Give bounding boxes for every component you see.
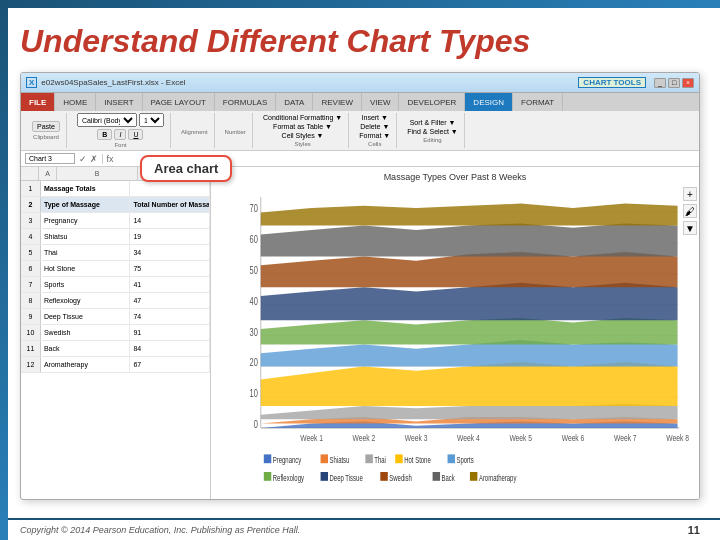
tab-design[interactable]: DESIGN	[465, 93, 513, 111]
row-num: 11	[21, 341, 41, 356]
cell-b2[interactable]: Type of Massage	[41, 197, 131, 212]
font-group: Calibri (Body) 10 B I U Font	[71, 113, 171, 148]
cell-c8[interactable]: 47	[130, 293, 210, 308]
row-num: 12	[21, 357, 41, 372]
footer-copyright: Copyright © 2014 Pearson Education, Inc.…	[20, 525, 300, 535]
svg-text:50: 50	[250, 263, 258, 276]
table-row: 1 Massage Totals	[21, 181, 210, 197]
table-row: 12 Aromatherapy 67	[21, 357, 210, 373]
tab-view[interactable]: VIEW	[362, 93, 399, 111]
svg-marker-28	[261, 362, 678, 406]
svg-rect-51	[433, 472, 440, 481]
row-num: 4	[21, 229, 41, 244]
cell-c4[interactable]: 19	[130, 229, 210, 244]
svg-text:20: 20	[250, 356, 258, 369]
cell-b3[interactable]: Pregnancy	[41, 213, 131, 228]
chart-title: Massage Types Over Past 8 Weeks	[216, 172, 694, 182]
row-num: 5	[21, 245, 41, 260]
svg-text:Hot Stone: Hot Stone	[404, 455, 431, 466]
tab-formulas[interactable]: FORMULAS	[215, 93, 276, 111]
excel-title: e02ws04SpaSales_LastFirst.xlsx - Excel	[41, 78, 185, 87]
editing-group: Sort & Filter ▼ Find & Select ▼ Editing	[401, 113, 465, 148]
underline-btn[interactable]: U	[128, 129, 143, 140]
footer-page-number: 11	[688, 524, 700, 536]
cell-c1[interactable]	[130, 181, 210, 196]
svg-text:10: 10	[250, 387, 258, 400]
cell-c5[interactable]: 34	[130, 245, 210, 260]
svg-rect-47	[321, 472, 328, 481]
ribbon-commands: Paste Clipboard Calibri (Body) 10 B I U …	[21, 111, 699, 151]
cell-c12[interactable]: 67	[130, 357, 210, 372]
minimize-btn[interactable]: _	[654, 78, 666, 88]
tab-home[interactable]: HOME	[55, 93, 96, 111]
spreadsheet-area: A B C 1 Massage Totals 2 Type of Massage	[21, 167, 699, 499]
font-size-selector[interactable]: 10	[139, 113, 164, 127]
cell-b9[interactable]: Deep Tissue	[41, 309, 131, 324]
svg-marker-27	[261, 404, 678, 419]
tab-file[interactable]: FILE	[21, 93, 55, 111]
svg-marker-33	[261, 223, 678, 256]
area-chart-label: Area chart	[140, 155, 232, 182]
add-element-btn[interactable]: +	[683, 187, 697, 201]
cell-b1[interactable]: Massage Totals	[41, 181, 131, 196]
svg-rect-39	[365, 454, 372, 463]
filter-btn[interactable]: ▼	[683, 221, 697, 235]
tab-page-layout[interactable]: PAGE LAYOUT	[143, 93, 215, 111]
svg-text:60: 60	[250, 233, 258, 246]
cell-b8[interactable]: Reflexology	[41, 293, 131, 308]
table-row: 8 Reflexology 47	[21, 293, 210, 309]
paste-btn[interactable]: Paste	[32, 121, 60, 132]
slide-container: Understand Different Chart Types X e02ws…	[0, 0, 720, 540]
chart-style-btn[interactable]: 🖌	[683, 204, 697, 218]
slide-title: Understand Different Chart Types	[20, 23, 700, 60]
cell-b6[interactable]: Hot Stone	[41, 261, 131, 276]
cell-c11[interactable]: 84	[130, 341, 210, 356]
cell-b11[interactable]: Back	[41, 341, 131, 356]
tab-review[interactable]: REVIEW	[313, 93, 362, 111]
row-num: 1	[21, 181, 41, 196]
cell-c9[interactable]: 74	[130, 309, 210, 324]
svg-marker-31	[261, 283, 678, 320]
main-content: Understand Different Chart Types X e02ws…	[0, 8, 720, 518]
table-row: 4 Shiatsu 19	[21, 229, 210, 245]
svg-text:Week 3: Week 3	[405, 432, 428, 444]
cell-b5[interactable]: Thai	[41, 245, 131, 260]
cell-b10[interactable]: Swedish	[41, 325, 131, 340]
svg-text:Shiatsu: Shiatsu	[330, 455, 350, 466]
table-row: 3 Pregnancy 14	[21, 213, 210, 229]
formula-bar: ✓ ✗ fx	[21, 151, 699, 167]
cells-group: Insert ▼ Delete ▼ Format ▼ Cells	[353, 113, 397, 148]
bold-btn[interactable]: B	[97, 129, 112, 140]
svg-text:30: 30	[250, 325, 258, 338]
cell-b7[interactable]: Sports	[41, 277, 131, 292]
svg-marker-34	[261, 204, 678, 226]
footer: Copyright © 2014 Pearson Education, Inc.…	[0, 518, 720, 540]
tab-insert[interactable]: INSERT	[96, 93, 142, 111]
excel-window: X e02ws04SpaSales_LastFirst.xlsx - Excel…	[20, 72, 700, 500]
tab-format[interactable]: FORMAT	[513, 93, 563, 111]
cell-c6[interactable]: 75	[130, 261, 210, 276]
formula-fx: fx	[107, 154, 114, 164]
chart-scroll-buttons: + 🖌 ▼	[683, 187, 697, 235]
font-selector[interactable]: Calibri (Body)	[77, 113, 137, 127]
tab-developer[interactable]: DEVELOPER	[399, 93, 465, 111]
close-btn[interactable]: ×	[682, 78, 694, 88]
cell-b12[interactable]: Aromatherapy	[41, 357, 131, 372]
chart-area: Massage Types Over Past 8 Weeks 0 10 20 …	[211, 167, 699, 499]
svg-text:Week 1: Week 1	[300, 432, 323, 444]
svg-text:Pregnancy: Pregnancy	[273, 455, 302, 466]
table-row: 2 Type of Massage Total Number of Massag…	[21, 197, 210, 213]
styles-group: Conditional Formatting ▼ Format as Table…	[257, 113, 349, 148]
cell-c7[interactable]: 41	[130, 277, 210, 292]
svg-text:Deep Tissue: Deep Tissue	[330, 473, 363, 484]
svg-rect-45	[264, 472, 271, 481]
name-box[interactable]	[25, 153, 75, 164]
cell-b4[interactable]: Shiatsu	[41, 229, 131, 244]
cell-c10[interactable]: 91	[130, 325, 210, 340]
cell-c3[interactable]: 14	[130, 213, 210, 228]
cell-c2[interactable]: Total Number of Massages	[130, 197, 210, 212]
maximize-btn[interactable]: □	[668, 78, 680, 88]
svg-rect-53	[470, 472, 477, 481]
tab-data[interactable]: DATA	[276, 93, 313, 111]
italic-btn[interactable]: I	[114, 129, 126, 140]
